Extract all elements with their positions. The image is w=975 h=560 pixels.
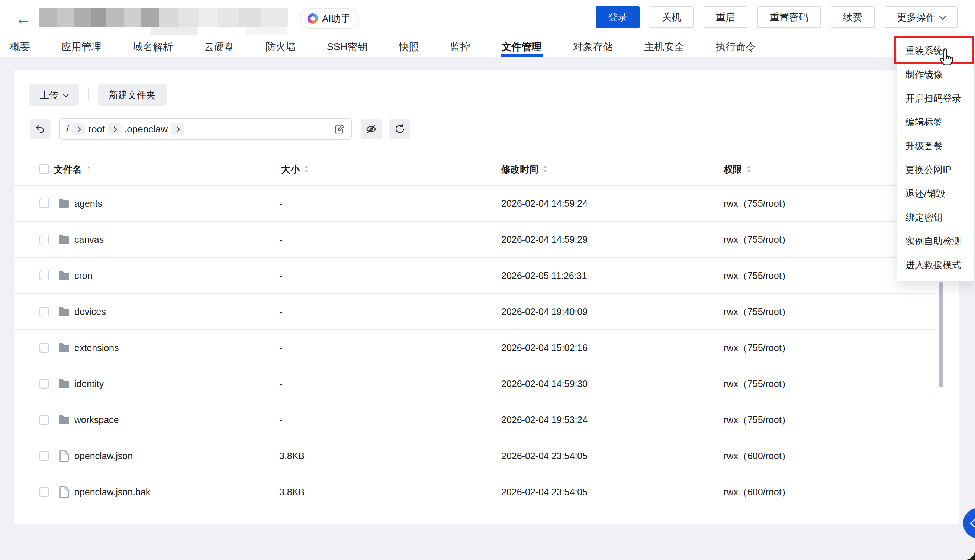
row-checkbox[interactable] xyxy=(39,235,49,244)
breadcrumb-root[interactable]: / xyxy=(66,123,69,135)
tab[interactable]: 执行命令 xyxy=(716,37,756,57)
row-checkbox[interactable] xyxy=(39,487,49,497)
row-checkbox[interactable] xyxy=(39,343,49,353)
menu-item[interactable]: 更换公网IP xyxy=(897,158,973,182)
tab[interactable]: 应用管理 xyxy=(62,37,102,57)
breadcrumb-segment[interactable]: root xyxy=(69,123,105,135)
file-name: openclaw.json xyxy=(74,451,133,462)
topbar-action-button[interactable]: 重启 xyxy=(703,6,747,28)
file-toolbar: 上传 新建文件夹 xyxy=(28,84,959,106)
refresh-button[interactable] xyxy=(389,118,410,140)
menu-item[interactable]: 退还/销毁 xyxy=(897,182,973,205)
tab-label: SSH密钥 xyxy=(327,40,368,53)
file-modified-time: 2026-02-04 23:54:05 xyxy=(501,487,588,498)
tab[interactable]: 对象存储 xyxy=(573,37,613,57)
topbar-action-button[interactable]: 续费 xyxy=(831,6,875,28)
row-checkbox[interactable] xyxy=(39,415,49,425)
table-row[interactable]: openclaw.json.bak 3.8KB 2026-02-04 23:54… xyxy=(14,474,936,510)
upload-button[interactable]: 上传 xyxy=(28,84,79,106)
table-row[interactable]: workspace - 2026-02-04 19:53:24 rwx（755/… xyxy=(14,402,936,438)
file-modified-time: 2026-02-04 19:53:24 xyxy=(501,415,588,425)
column-header-permission[interactable]: 权限 xyxy=(723,163,751,175)
menu-item[interactable]: 制作镜像 xyxy=(897,62,973,86)
table-row[interactable]: openclaw.json 3.8KB 2026-02-04 23:54:05 … xyxy=(14,438,936,474)
tab[interactable]: 快照 xyxy=(399,37,419,57)
file-table-body: agents - 2026-02-04 14:59:24 rwx（755/roo… xyxy=(14,185,959,510)
sort-icon xyxy=(747,166,751,173)
tab[interactable]: 监控 xyxy=(450,37,470,57)
table-row[interactable]: cron - 2026-02-05 11:26:31 rwx（755/root） xyxy=(14,258,936,294)
topbar-action-button[interactable]: 关机 xyxy=(650,6,693,28)
breadcrumb-segment[interactable]: .openclaw xyxy=(105,123,168,135)
tab-label: 监控 xyxy=(450,40,470,53)
action-label: 登录 xyxy=(608,11,627,24)
menu-item[interactable]: 重装系统 xyxy=(897,39,973,62)
select-all-checkbox[interactable] xyxy=(39,164,49,174)
row-checkbox[interactable] xyxy=(39,307,49,317)
sort-icon xyxy=(543,166,547,173)
file-modified-time: 2026-02-04 14:59:29 xyxy=(501,234,588,245)
file-name: extensions xyxy=(74,342,119,353)
action-label: 续费 xyxy=(843,11,862,24)
file-size: - xyxy=(279,415,282,425)
chevron-right-icon xyxy=(108,123,121,135)
ai-assistant-icon xyxy=(308,13,318,24)
action-label: 更多操作 xyxy=(897,11,936,24)
tab-bar: 概要 应用管理 域名解析 云硬盘 防火墙 SSH密钥 快照 监控 文件管理 对象… xyxy=(0,37,975,57)
tab[interactable]: 主机安全 xyxy=(644,37,685,57)
file-size: - xyxy=(279,198,282,209)
file-permission: rwx（755/root） xyxy=(723,197,791,210)
table-row[interactable]: devices - 2026-02-04 19:40:09 rwx（755/ro… xyxy=(14,294,936,330)
topbar-action-button[interactable]: 登录 xyxy=(596,6,640,28)
edit-path-icon[interactable] xyxy=(334,123,345,135)
folder-icon xyxy=(57,197,71,210)
folder-icon xyxy=(57,305,71,318)
table-row[interactable]: extensions - 2026-02-04 15:02:16 rwx（755… xyxy=(14,330,936,366)
row-checkbox[interactable] xyxy=(39,379,49,388)
menu-item[interactable]: 实例自助检测 xyxy=(897,229,973,253)
column-header-filename[interactable]: 文件名 ↑ xyxy=(54,163,92,175)
file-size: - xyxy=(279,307,282,317)
tab[interactable]: 概要 xyxy=(10,37,30,57)
row-checkbox[interactable] xyxy=(39,451,49,461)
table-header: 文件名 ↑ 大小 修改时间 权限 xyxy=(14,153,936,185)
topbar-action-button[interactable]: 重置密码 xyxy=(757,6,821,28)
back-arrow-icon[interactable]: ← xyxy=(16,11,30,26)
eye-off-icon xyxy=(365,123,377,135)
menu-item[interactable]: 升级套餐 xyxy=(897,134,973,158)
column-header-size[interactable]: 大小 xyxy=(281,163,308,175)
tab[interactable]: 防火墙 xyxy=(265,37,296,57)
file-name: identity xyxy=(74,378,104,389)
menu-item[interactable]: 绑定密钥 xyxy=(897,205,973,229)
toggle-hidden-files-button[interactable] xyxy=(361,118,382,140)
tab[interactable]: 文件管理 xyxy=(502,37,542,57)
column-header-modified[interactable]: 修改时间 xyxy=(501,163,547,175)
upload-label: 上传 xyxy=(40,89,58,101)
tab[interactable]: 云硬盘 xyxy=(204,37,234,57)
table-row[interactable]: identity - 2026-02-04 14:59:30 rwx（755/r… xyxy=(14,366,936,402)
tab[interactable]: 域名解析 xyxy=(133,37,173,57)
collapse-panel-button[interactable] xyxy=(963,508,975,538)
menu-item[interactable]: 编辑标签 xyxy=(897,110,973,134)
folder-icon xyxy=(57,341,71,354)
chevron-down-icon xyxy=(939,12,947,20)
new-folder-label: 新建文件夹 xyxy=(109,89,155,101)
table-row[interactable]: canvas - 2026-02-04 14:59:29 rwx（755/roo… xyxy=(14,222,936,258)
menu-item[interactable]: 进入救援模式 xyxy=(897,253,973,277)
back-nav-button[interactable] xyxy=(30,118,50,140)
topbar-action-button[interactable]: 更多操作 xyxy=(885,6,958,28)
chevron-right-icon xyxy=(171,123,184,135)
path-breadcrumb[interactable]: / root .openclaw xyxy=(60,118,352,140)
tab-label: 防火墙 xyxy=(265,40,296,53)
file-name: devices xyxy=(74,307,106,317)
row-checkbox[interactable] xyxy=(39,198,49,208)
table-row[interactable]: agents - 2026-02-04 14:59:24 rwx（755/roo… xyxy=(14,185,936,222)
table-scrollbar[interactable] xyxy=(938,282,943,387)
new-folder-button[interactable]: 新建文件夹 xyxy=(98,84,167,106)
row-checkbox[interactable] xyxy=(39,271,49,280)
tab[interactable]: SSH密钥 xyxy=(327,37,368,57)
menu-item[interactable]: 开启扫码登录 xyxy=(897,86,973,110)
tab-label: 域名解析 xyxy=(133,40,173,53)
ai-assistant-button[interactable]: AI助手 xyxy=(300,8,358,29)
file-permission: rwx（755/root） xyxy=(723,342,791,354)
